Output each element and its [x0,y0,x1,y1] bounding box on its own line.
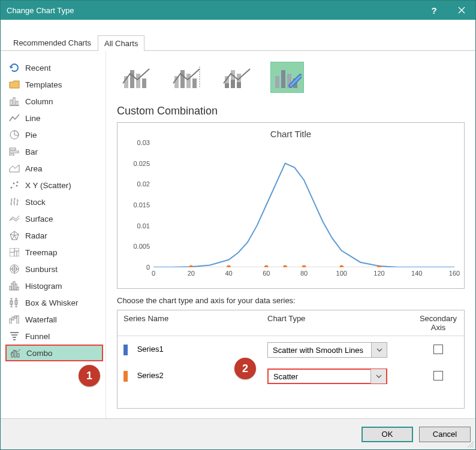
chart-category-sidebar: Recent Templates Column Line Pie Bar [1,51,106,418]
folder-icon [9,79,20,90]
sidebar-item-bar[interactable]: Bar [5,143,103,160]
sidebar-item-label: Radar [25,231,47,240]
svg-point-8 [13,183,15,185]
sidebar-item-label: Box & Whisker [25,298,79,307]
col-chart-type: Chart Type [267,314,418,332]
sidebar-item-label: Histogram [25,282,62,291]
tab-recommended-charts[interactable]: Recommended Charts [7,35,98,50]
sidebar-item-surface[interactable]: Surface [5,210,103,227]
cancel-button[interactable]: Cancel [419,427,471,442]
help-button[interactable]: ? [420,1,448,20]
section-heading: Custom Combination [117,105,465,117]
series-color-swatch [123,345,128,355]
chart-type-dropdown-series2[interactable]: Scatter [267,369,387,384]
svg-rect-4 [10,148,16,150]
resize-grip-icon[interactable] [468,442,474,448]
sidebar-item-templates[interactable]: Templates [5,76,103,93]
svg-rect-30 [136,74,140,88]
sidebar-item-label: Recent [25,64,51,73]
boxplot-chart-icon [9,297,20,308]
sidebar-item-area[interactable]: Area [5,160,103,177]
sidebar-item-label: Treemap [25,248,58,257]
series-row: Series1 Scatter with Smooth Lines [118,336,464,364]
funnel-chart-icon [9,331,20,342]
svg-point-10 [17,182,19,183]
sidebar-item-radar[interactable]: Radar [5,227,103,244]
sidebar-item-treemap[interactable]: Treemap [5,244,103,261]
surface-chart-icon [9,213,20,224]
svg-rect-21 [10,319,11,324]
radar-chart-icon [9,230,20,241]
histogram-chart-icon [9,280,20,291]
sidebar-item-label: Combo [26,349,53,358]
chart-title: Chart Title [125,129,457,139]
column-chart-icon [9,96,20,107]
svg-rect-18 [17,287,19,290]
svg-rect-35 [192,78,197,88]
col-series-name: Series Name [123,314,267,332]
sidebar-item-sunburst[interactable]: Sunburst [5,261,103,277]
sidebar-item-scatter[interactable]: X Y (Scatter) [5,177,103,194]
secondary-axis-checkbox-series1[interactable] [433,345,443,354]
combo-thumb-icon [122,65,150,89]
dialog-footer: OK Cancel [1,418,475,449]
svg-point-52 [339,265,344,268]
col-secondary-axis: Secondary Axis [418,314,458,332]
secondary-axis-checkbox-series2[interactable] [433,371,443,380]
series-name: Series1 [137,345,164,354]
svg-rect-41 [237,82,241,88]
scatter-chart-icon [9,180,20,191]
svg-rect-34 [186,74,191,88]
combo-subtype-3[interactable] [220,62,254,93]
sidebar-item-funnel[interactable]: Funnel [5,328,103,345]
combo-subtype-row [117,58,465,102]
sidebar-item-recent[interactable]: Recent [5,59,103,76]
titlebar: Change Chart Type ? [1,1,475,20]
combo-subtype-custom[interactable] [270,62,304,93]
close-button[interactable] [448,1,475,20]
series-row: Series2 Scatter [118,364,464,408]
svg-rect-6 [10,154,14,156]
svg-rect-22 [12,317,14,320]
plot-surface [153,143,454,267]
waterfall-chart-icon [9,314,20,325]
sidebar-item-label: Bar [25,147,38,156]
ok-button[interactable]: OK [361,427,413,442]
sidebar-item-label: Column [25,97,53,106]
choose-series-label: Choose the chart type and axis for your … [117,296,465,305]
treemap-chart-icon [9,247,20,258]
chart-type-dropdown-series1[interactable]: Scatter with Smooth Lines [267,342,387,358]
svg-rect-39 [231,80,235,88]
sidebar-item-column[interactable]: Column [5,93,103,110]
sidebar-item-label: Area [25,164,43,173]
dropdown-value: Scatter with Smooth Lines [268,346,371,355]
combo-subtype-2[interactable] [170,62,203,93]
sidebar-item-label: Funnel [25,332,50,341]
sidebar-item-label: Stock [25,198,46,207]
sidebar-item-line[interactable]: Line [5,110,103,126]
svg-rect-23 [14,316,16,318]
sidebar-item-stock[interactable]: Stock [5,194,103,210]
main-panel: Custom Combination Chart Title 00.0050.0… [106,51,475,418]
series-name: Series2 [137,371,164,380]
dialog-change-chart-type: Change Chart Type ? Recommended Charts A… [0,0,476,450]
sunburst-chart-icon [9,264,20,274]
svg-rect-31 [142,78,146,88]
sidebar-item-combo[interactable]: Combo [5,345,103,361]
dropdown-value: Scatter [269,372,370,381]
svg-rect-24 [17,316,19,324]
sidebar-item-label: Waterfall [25,315,57,324]
svg-point-48 [227,265,231,268]
svg-point-47 [189,265,193,268]
tab-all-charts[interactable]: All Charts [98,35,144,51]
sidebar-item-histogram[interactable]: Histogram [5,277,103,294]
sidebar-item-label: Line [25,114,41,123]
sidebar-item-pie[interactable]: Pie [5,126,103,143]
sidebar-item-waterfall[interactable]: Waterfall [5,311,103,328]
area-chart-icon [9,163,20,174]
svg-rect-27 [17,354,19,357]
combo-subtype-1[interactable] [119,62,153,93]
sidebar-item-label: Templates [25,80,62,89]
sidebar-item-box[interactable]: Box & Whisker [5,294,103,311]
svg-rect-42 [275,76,279,88]
